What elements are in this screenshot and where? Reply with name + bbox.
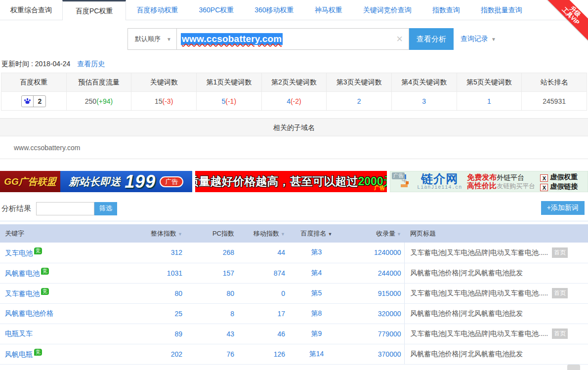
ad-banner-row: GG广告联盟 新站长即送 199 广告 质量越好价格越高，甚至可以超过2000元… bbox=[0, 171, 588, 192]
lianjie-warning-block: X虚假权重 X虚假链接 bbox=[540, 172, 578, 191]
tab-baidu-pc-weight[interactable]: 百度PC权重 bbox=[62, 0, 126, 20]
page4-cell: 3 bbox=[391, 92, 457, 111]
stats-value-row: 2 250(+94) 15(-3) 5(-1) 4(-2) 2 3 1 2459… bbox=[1, 92, 587, 111]
filter-label: 分析结果 bbox=[1, 204, 31, 213]
page-title-text[interactable]: 风帆蓄电池价格|河北风帆蓄电池批发 bbox=[411, 350, 523, 358]
tab-360-pc-weight[interactable]: 360PC权重 bbox=[188, 0, 244, 20]
ad-banner-lianjie[interactable]: 广告 链介网 LianJie114.cn 免费发布外链平台 高性价比友链购买平台… bbox=[390, 171, 588, 192]
keyword-table: 关键字 整体指数▼ PC指数 移动指数▼ 百度排名▼ 收录量▼ 网页标题 叉车电… bbox=[0, 224, 588, 365]
keyword-link[interactable]: 风帆电瓶 bbox=[5, 350, 33, 358]
subdomain-item[interactable]: www.ccsobattery.com bbox=[0, 136, 588, 159]
add-keyword-button[interactable]: +添加新词 bbox=[541, 201, 585, 215]
baidu-rank-value[interactable]: 第9 bbox=[288, 324, 345, 344]
page3-value[interactable]: 2 bbox=[357, 97, 361, 105]
tab-keyword-bidding[interactable]: 关键词竞价查询 bbox=[353, 0, 422, 20]
lianjie-domain-text: LianJie114.cn bbox=[417, 185, 462, 190]
indexed-count-value[interactable]: 779000 bbox=[345, 324, 404, 344]
pc-index-value: 43 bbox=[185, 324, 237, 344]
keyword-row: 风帆蓄电池价格竞 25 8 17 第8 320000 风帆蓄电池价格|河北风帆蓄… bbox=[0, 303, 588, 324]
page-title-text[interactable]: 叉车蓄电池|叉车电池品牌|电动叉车蓄电池..... bbox=[411, 289, 548, 297]
pc-index-value: 8 bbox=[185, 303, 237, 324]
pc-index-value: 157 bbox=[185, 263, 237, 283]
page4-value[interactable]: 3 bbox=[422, 97, 426, 105]
keyword-link[interactable]: 叉车蓄电池 bbox=[5, 289, 40, 297]
sort-icon-active[interactable]: ▼ bbox=[328, 232, 333, 237]
page2-value[interactable]: 4 bbox=[287, 97, 291, 105]
vip-ribbon[interactable]: 升级 工具VIP bbox=[545, 0, 588, 43]
ad-banner-price[interactable]: 质量越好价格越高，甚至可以超过2000元 广告 bbox=[195, 171, 387, 192]
tab-360-mobile-weight[interactable]: 360移动权重 bbox=[244, 0, 304, 20]
keyword-row: 叉车蓄电池竞 80 80 0 第5 915000 叉车蓄电池|叉车电池品牌|电动… bbox=[0, 283, 588, 303]
ad-label-badge: 广告 bbox=[392, 172, 405, 179]
ad2-text: 质量越好价格越高，甚至可以超过2000元 bbox=[195, 174, 387, 189]
ad-banner-gg-alliance[interactable]: GG广告联盟 新站长即送 199 广告 bbox=[0, 171, 192, 192]
analyze-button[interactable]: 查看分析 bbox=[409, 28, 454, 50]
ad-label-badge: 广告 bbox=[374, 184, 385, 192]
mobile-index-value: 874 bbox=[237, 263, 288, 283]
baidu-rank-value[interactable]: 第3 bbox=[288, 243, 345, 263]
sort-order-select[interactable]: 默认顺序 ▼ bbox=[127, 28, 177, 50]
tab-baidu-mobile-weight[interactable]: 百度移动权重 bbox=[126, 0, 188, 20]
traffic-delta: (+94) bbox=[96, 97, 113, 105]
page-title-text[interactable]: 风帆蓄电池价格|河北风帆蓄电池批发 bbox=[411, 309, 523, 317]
pc-index-value: 80 bbox=[185, 283, 237, 303]
overall-index-value: 312 bbox=[148, 243, 185, 263]
indexed-count-value[interactable]: 320000 bbox=[345, 303, 404, 324]
baidu-rank-value[interactable]: 第8 bbox=[288, 303, 345, 324]
stats-col-keywords: 关键词数 bbox=[131, 73, 197, 92]
page5-value[interactable]: 1 bbox=[487, 97, 491, 105]
stats-col-page1: 第1页关键词数 bbox=[196, 73, 261, 92]
col-overall-index[interactable]: 整体指数▼ bbox=[148, 224, 185, 243]
lianjie-slogan-block: 免费发布外链平台 高性价比友链购买平台 bbox=[467, 173, 535, 190]
page-title-text[interactable]: 叉车蓄电池|叉车电池品牌|电动叉车蓄电池..... bbox=[411, 248, 548, 256]
view-history-link[interactable]: 查看历史 bbox=[77, 60, 105, 68]
mobile-index-value: 44 bbox=[237, 243, 288, 263]
keyword-link[interactable]: 叉车电池 bbox=[5, 249, 33, 257]
ad1-brand-block: GG广告联盟 bbox=[0, 171, 60, 192]
keyword-row: 风帆电瓶竞 202 76 126 第14 370000 风帆蓄电池价格|河北风帆… bbox=[0, 344, 588, 364]
rank-cell: 245931 bbox=[522, 92, 587, 111]
baidu-weight-badge[interactable]: 2 bbox=[21, 95, 46, 107]
page1-delta: (-1) bbox=[225, 97, 236, 105]
col-baidu-rank[interactable]: 百度排名▼ bbox=[288, 224, 345, 243]
overall-index-value: 1031 bbox=[148, 263, 185, 283]
sort-icon[interactable]: ▼ bbox=[397, 232, 401, 237]
keyword-link[interactable]: 电瓶叉车 bbox=[5, 329, 33, 337]
back-to-top-button[interactable] bbox=[567, 365, 580, 370]
keyword-row: 电瓶叉车竞 89 43 46 第9 779000 叉车蓄电池|叉车电池品牌|电动… bbox=[0, 324, 588, 344]
col-indexed-count[interactable]: 收录量▼ bbox=[345, 224, 404, 243]
baidu-rank-value[interactable]: 第14 bbox=[288, 344, 345, 364]
indexed-count-value[interactable]: 1240000 bbox=[345, 243, 404, 263]
clear-icon[interactable]: × bbox=[396, 34, 403, 44]
x-mark-icon: X bbox=[540, 184, 548, 191]
indexed-count-value[interactable]: 370000 bbox=[345, 344, 404, 364]
sort-icon[interactable]: ▼ bbox=[178, 232, 182, 237]
query-record-label: 查询记录 bbox=[461, 35, 488, 43]
indexed-count-value[interactable]: 915000 bbox=[345, 283, 404, 303]
tab-index-batch-query[interactable]: 指数批量查询 bbox=[470, 0, 533, 20]
indexed-count-value[interactable]: 244000 bbox=[345, 263, 404, 283]
tab-shenma-weight[interactable]: 神马权重 bbox=[304, 0, 353, 20]
stats-col-traffic: 预估百度流量 bbox=[66, 73, 131, 92]
mobile-index-value: 17 bbox=[237, 303, 288, 324]
baidu-rank-value[interactable]: 第5 bbox=[288, 283, 345, 303]
col-mobile-index[interactable]: 移动指数▼ bbox=[237, 224, 288, 243]
search-bar: 默认顺序 ▼ www.ccsobattery.com × 查看分析 查询记录 ▼ bbox=[127, 28, 588, 50]
tab-index-query[interactable]: 指数查询 bbox=[422, 0, 470, 20]
caret-down-icon: ▼ bbox=[491, 37, 496, 42]
update-info: 更新时间 : 2018-04-24 查看历史 bbox=[1, 60, 588, 69]
mobile-index-value: 0 bbox=[237, 283, 288, 303]
sort-icon[interactable]: ▼ bbox=[281, 232, 285, 237]
tab-weight-overview[interactable]: 权重综合查询 bbox=[0, 0, 62, 20]
keyword-link[interactable]: 风帆蓄电池 bbox=[5, 269, 40, 277]
baidu-rank-value[interactable]: 第4 bbox=[288, 263, 345, 283]
url-input[interactable]: www.ccsobattery.com × bbox=[177, 28, 409, 50]
col-pc-index[interactable]: PC指数 bbox=[185, 224, 237, 243]
rank-value: 245931 bbox=[543, 97, 566, 105]
page-title-text[interactable]: 叉车蓄电池|叉车电池品牌|电动叉车蓄电池..... bbox=[411, 329, 548, 337]
keyword-link[interactable]: 风帆蓄电池价格 bbox=[5, 309, 53, 317]
filter-input[interactable] bbox=[36, 202, 94, 215]
filter-button[interactable]: 筛选 bbox=[94, 202, 117, 215]
query-record-link[interactable]: 查询记录 ▼ bbox=[461, 35, 496, 43]
page-title-text[interactable]: 风帆蓄电池价格|河北风帆蓄电池批发 bbox=[411, 269, 523, 277]
